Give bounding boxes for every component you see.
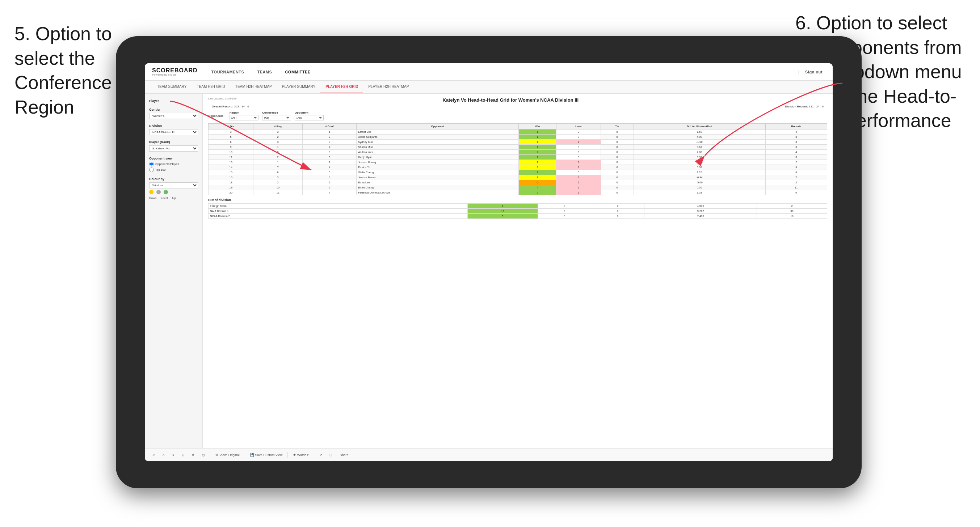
out-cell-loss: 0: [538, 209, 591, 214]
cell-rounds: 6: [765, 190, 827, 195]
table-row: 5 2 2 Alexis Sudjianto 1 0 0 4.00 3: [208, 135, 827, 140]
cell-diff: 0.38: [633, 165, 765, 170]
toolbar-export[interactable]: ↗: [317, 452, 325, 457]
conference-filter-select[interactable]: (All): [262, 115, 291, 121]
cell-rounds: 3: [765, 145, 827, 150]
region-filter-select[interactable]: (All): [229, 115, 258, 121]
sign-out-button[interactable]: Sign out: [802, 68, 826, 76]
sidebar-opponent-view-section: Opponent view Opponents Played Top 100: [149, 157, 198, 172]
sub-nav-player-summary[interactable]: PLAYER SUMMARY: [277, 81, 320, 93]
sidebar-gender-label: Gender: [149, 108, 198, 111]
sidebar-player-rank-label: Player (Rank): [149, 140, 198, 144]
cell-tie: 0: [601, 185, 633, 190]
table-row: 20 11 7 Federica Domecq Lacroze 2 1 0 1.…: [208, 190, 827, 195]
toolbar-divider-2: [245, 452, 245, 458]
cell-diff: 4.00: [633, 135, 765, 140]
toolbar-fullscreen[interactable]: ⊡: [327, 452, 334, 457]
division-record-value: 331 - 34 - 6: [809, 105, 824, 108]
th-rounds: Rounds: [765, 124, 827, 130]
cell-diff: 4.00: [633, 150, 765, 155]
nav-committee[interactable]: COMMITTEE: [282, 68, 313, 76]
cell-win: 0: [519, 180, 557, 185]
cell-rounds: 9: [765, 165, 827, 170]
toolbar-watch[interactable]: 👁 Watch ▾: [291, 452, 311, 457]
out-cell-win: 15: [468, 209, 538, 214]
cell-reg: 10: [253, 185, 303, 190]
toolbar-view-original[interactable]: 👁 View: Original: [213, 452, 242, 457]
cell-tie: 0: [601, 170, 633, 175]
toolbar-clock[interactable]: ◷: [200, 452, 207, 457]
cell-conf: 4: [303, 165, 356, 170]
toolbar-save-custom[interactable]: 💾 Save Custom View: [248, 452, 285, 457]
cell-rounds: 3: [765, 135, 827, 140]
nav-tournaments[interactable]: TOURNAMENTS: [208, 68, 247, 76]
sub-nav-team-h2h-grid[interactable]: TEAM H2H GRID: [192, 81, 230, 93]
cell-div: 6: [208, 140, 253, 145]
legend-down: Down: [149, 197, 156, 200]
th-opponent: Opponent: [356, 124, 519, 130]
cell-rounds: 2: [765, 160, 827, 165]
toolbar-grid[interactable]: ⊞: [180, 452, 187, 457]
nav-pipe: |: [797, 70, 799, 74]
region-filter-group: Region (All): [229, 111, 258, 121]
out-cell-win: 1: [468, 204, 538, 209]
division-select[interactable]: NCAA Division III: [149, 129, 198, 135]
sub-nav-player-h2h-heatmap[interactable]: PLAYER H2H HEATMAP: [363, 81, 414, 93]
table-row: 19 10 6 Emily Chang 4 1 0 0.30 11: [208, 185, 827, 190]
cell-opponent: Federica Domecq Lacroze: [356, 190, 519, 195]
legend-up: Up: [172, 197, 176, 200]
cell-tie: 0: [601, 140, 633, 145]
cell-div: 13: [208, 160, 253, 165]
toolbar-undo2[interactable]: ⎌: [161, 452, 167, 457]
cell-reg: 2: [253, 155, 303, 160]
cell-diff: 1.33: [633, 190, 765, 195]
toolbar-redo[interactable]: ↪: [169, 452, 177, 457]
cell-loss: 0: [557, 170, 601, 175]
cell-win: 1: [519, 145, 557, 150]
colour-by-select[interactable]: Win/loss: [149, 182, 198, 189]
colour-legend: [149, 190, 198, 194]
cell-conf: 7: [303, 190, 356, 195]
cell-win: 2: [519, 190, 557, 195]
gender-select[interactable]: Women's: [149, 113, 198, 119]
player-rank-select[interactable]: 8. Katelyn Vo: [149, 145, 198, 152]
toolbar-undo[interactable]: ↩: [150, 452, 158, 457]
bottom-toolbar: ↩ ⎌ ↪ ⊞ ↺ ◷ 👁 View: Original 💾 Save Cust…: [145, 448, 833, 461]
th-reg: # Reg: [253, 124, 303, 130]
sub-nav-team-summary[interactable]: TEAM SUMMARY: [152, 81, 192, 93]
cell-div: 10: [208, 150, 253, 155]
cell-loss: 0: [557, 135, 601, 140]
cell-tie: 0: [601, 165, 633, 170]
opponent-filter-select[interactable]: (All): [295, 115, 324, 121]
cell-loss: 2: [557, 165, 601, 170]
sidebar-player-label: Player: [149, 99, 198, 103]
content-area: Last Updated: 27/03/2024 Katelyn Vo Head…: [203, 94, 833, 461]
toolbar-refresh[interactable]: ↺: [190, 452, 197, 457]
th-win: Win: [519, 124, 557, 130]
cell-opponent: Alexis Sudjianto: [356, 135, 519, 140]
cell-win: 4: [519, 185, 557, 190]
cell-tie: 0: [601, 190, 633, 195]
cell-win: 1: [519, 155, 557, 160]
cell-reg: 2: [253, 135, 303, 140]
cell-diff: 0.30: [633, 185, 765, 190]
radio-top100[interactable]: Top 100: [149, 167, 198, 172]
cell-conf: 3: [303, 140, 356, 145]
toolbar-share[interactable]: Share: [337, 452, 350, 457]
cell-win: 1: [519, 170, 557, 175]
cell-div: 18: [208, 180, 253, 185]
out-cell-tie: 0: [591, 214, 644, 219]
sidebar: Player Gender Women's Division NCAA Divi…: [145, 94, 203, 461]
sub-nav-player-h2h-grid[interactable]: PLAYER H2H GRID: [320, 81, 363, 93]
toolbar-divider-1: [210, 452, 210, 458]
nav-teams[interactable]: TEAMS: [254, 68, 275, 76]
cell-conf: 1: [303, 130, 356, 135]
cell-conf: 6: [303, 185, 356, 190]
cell-opponent: Euna Lee: [356, 180, 519, 185]
cell-rounds: 4: [765, 150, 827, 155]
sidebar-colour-by-label: Colour by: [149, 177, 198, 181]
cell-diff: 1.50: [633, 130, 765, 135]
sub-nav-team-h2h-heatmap[interactable]: TEAM H2H HEATMAP: [230, 81, 277, 93]
radio-opponents-played[interactable]: Opponents Played: [149, 162, 198, 167]
cell-opponent: Eunice Yi: [356, 165, 519, 170]
